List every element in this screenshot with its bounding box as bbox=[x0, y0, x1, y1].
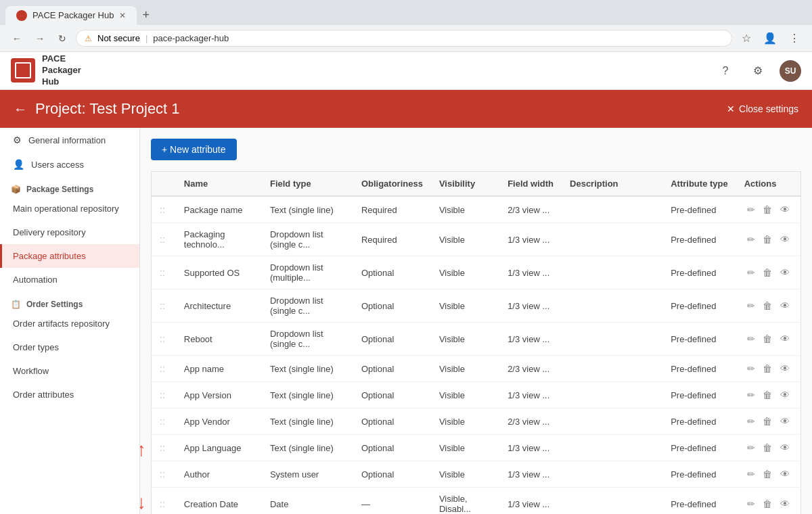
attributes-table: Name Field type Obligatoriness Visibilit… bbox=[151, 171, 801, 514]
visibility-button[interactable]: 👁 bbox=[777, 415, 792, 428]
close-x-icon: ✕ bbox=[727, 103, 735, 114]
new-tab-button[interactable]: + bbox=[137, 5, 155, 25]
help-button[interactable]: ? bbox=[715, 60, 736, 82]
drag-handle[interactable]: :: bbox=[160, 469, 168, 480]
delete-button[interactable]: 🗑 bbox=[760, 467, 775, 481]
edit-button[interactable]: ✏ bbox=[744, 203, 758, 216]
edit-button[interactable]: ✏ bbox=[744, 233, 758, 246]
attr-obligatoriness: Optional bbox=[353, 435, 431, 461]
attr-obligatoriness: Required bbox=[353, 196, 431, 223]
attr-visibility: Visible bbox=[431, 435, 499, 461]
visibility-button[interactable]: 👁 bbox=[777, 266, 792, 279]
visibility-button[interactable]: 👁 bbox=[777, 441, 792, 454]
drag-handle[interactable]: :: bbox=[160, 333, 168, 344]
drag-handle[interactable]: :: bbox=[160, 442, 168, 453]
address-bar[interactable]: ⚠ Not secure | pace-packager-hub bbox=[76, 30, 732, 47]
close-settings-button[interactable]: ✕ Close settings bbox=[727, 103, 798, 114]
sidebar-item-order-artifacts-repository[interactable]: Order artifacts repository bbox=[0, 312, 139, 335]
active-tab[interactable]: PACE Packager Hub ✕ bbox=[5, 6, 137, 25]
attr-field-type: Dropdown list (single c... bbox=[262, 223, 353, 256]
visibility-button[interactable]: 👁 bbox=[777, 388, 792, 402]
header-actions: ? ⚙ SU bbox=[715, 60, 801, 82]
sidebar-item-main-operational-repository[interactable]: Main operational repository bbox=[0, 197, 139, 220]
visibility-button[interactable]: 👁 bbox=[777, 362, 792, 375]
sidebar-item-delivery-repository[interactable]: Delivery repository bbox=[0, 220, 139, 244]
edit-button[interactable]: ✏ bbox=[744, 441, 758, 454]
delete-button[interactable]: 🗑 bbox=[760, 497, 775, 511]
profile-button[interactable]: 👤 bbox=[759, 29, 781, 47]
delete-button[interactable]: 🗑 bbox=[760, 362, 775, 375]
drag-handle[interactable]: :: bbox=[160, 498, 168, 509]
delete-button[interactable]: 🗑 bbox=[760, 203, 775, 216]
sidebar-item-workflow[interactable]: Workflow bbox=[0, 359, 139, 383]
attr-obligatoriness: Optional bbox=[353, 461, 431, 488]
new-attribute-button[interactable]: + New attribute bbox=[151, 139, 237, 160]
drag-handle[interactable]: :: bbox=[160, 267, 168, 278]
sidebar-item-package-attributes[interactable]: Package attributes bbox=[0, 244, 139, 268]
attr-attribute-type: Pre-defined bbox=[662, 488, 736, 515]
attr-visibility: Visible, Disabl... bbox=[431, 488, 499, 515]
delete-button[interactable]: 🗑 bbox=[760, 388, 775, 402]
user-avatar[interactable]: SU bbox=[780, 60, 801, 82]
attr-description bbox=[562, 196, 662, 223]
forward-button[interactable]: → bbox=[31, 30, 49, 47]
drag-handle[interactable]: :: bbox=[160, 234, 168, 245]
back-button[interactable]: ← bbox=[8, 30, 26, 47]
edit-button[interactable]: ✏ bbox=[744, 266, 758, 279]
delete-button[interactable]: 🗑 bbox=[760, 299, 775, 312]
sidebar-item-users-access[interactable]: 👤 Users access bbox=[0, 152, 139, 177]
attr-visibility: Visible bbox=[431, 382, 499, 408]
delete-button[interactable]: 🗑 bbox=[760, 233, 775, 246]
menu-button[interactable]: ⋮ bbox=[785, 29, 804, 47]
settings-button[interactable]: ⚙ bbox=[747, 60, 769, 82]
sidebar-item-automation[interactable]: Automation bbox=[0, 268, 139, 291]
attr-description bbox=[562, 289, 662, 323]
delete-button[interactable]: 🗑 bbox=[760, 415, 775, 428]
col-field-width: Field width bbox=[499, 172, 562, 197]
edit-button[interactable]: ✏ bbox=[744, 388, 758, 402]
attr-name: Packaging technolo... bbox=[176, 223, 262, 256]
sidebar-item-order-types[interactable]: Order types bbox=[0, 335, 139, 359]
edit-button[interactable]: ✏ bbox=[744, 332, 758, 346]
delete-button[interactable]: 🗑 bbox=[760, 332, 775, 346]
attr-visibility: Visible bbox=[431, 408, 499, 435]
sidebar-item-order-attributes[interactable]: Order attributes bbox=[0, 383, 139, 406]
close-tab-button[interactable]: ✕ bbox=[119, 11, 126, 20]
edit-button[interactable]: ✏ bbox=[744, 415, 758, 428]
edit-button[interactable]: ✏ bbox=[744, 467, 758, 481]
attr-obligatoriness: — bbox=[353, 488, 431, 515]
separator: | bbox=[145, 33, 148, 43]
drag-handle[interactable]: :: bbox=[160, 204, 168, 215]
visibility-button[interactable]: 👁 bbox=[777, 233, 792, 246]
attr-actions: ✏ 🗑 👁 bbox=[736, 196, 801, 223]
edit-button[interactable]: ✏ bbox=[744, 497, 758, 511]
drag-handle[interactable]: :: bbox=[160, 300, 168, 311]
visibility-button[interactable]: 👁 bbox=[777, 467, 792, 481]
sidebar: ⚙ General information 👤 Users access 📦 P… bbox=[0, 128, 140, 514]
reload-button[interactable]: ↻ bbox=[54, 30, 70, 47]
delete-button[interactable]: 🗑 bbox=[760, 266, 775, 279]
delete-button[interactable]: 🗑 bbox=[760, 441, 775, 454]
visibility-button[interactable]: 👁 bbox=[777, 332, 792, 346]
edit-button[interactable]: ✏ bbox=[744, 299, 758, 312]
attr-name: Supported OS bbox=[176, 256, 262, 289]
attr-name: App Version bbox=[176, 382, 262, 408]
drag-handle[interactable]: :: bbox=[160, 416, 168, 427]
drag-handle[interactable]: :: bbox=[160, 390, 168, 400]
drag-handle[interactable]: :: bbox=[160, 363, 168, 374]
attr-field-width: 1/3 view ... bbox=[499, 435, 562, 461]
sidebar-item-general-information[interactable]: ⚙ General information bbox=[0, 128, 139, 152]
attr-attribute-type: Pre-defined bbox=[662, 461, 736, 488]
table-row: :: App name Text (single line) Optional … bbox=[152, 356, 801, 382]
attr-field-type: Text (single line) bbox=[262, 356, 353, 382]
back-to-projects-button[interactable]: ← bbox=[14, 101, 27, 117]
edit-button[interactable]: ✏ bbox=[744, 362, 758, 375]
col-visibility: Visibility bbox=[431, 172, 499, 197]
visibility-button[interactable]: 👁 bbox=[777, 299, 792, 312]
attr-description bbox=[562, 382, 662, 408]
table-row: :: Package name Text (single line) Requi… bbox=[152, 196, 801, 223]
drag-handle-cell: :: bbox=[152, 289, 176, 323]
visibility-button[interactable]: 👁 bbox=[777, 203, 792, 216]
bookmark-button[interactable]: ☆ bbox=[738, 29, 755, 47]
visibility-button[interactable]: 👁 bbox=[777, 497, 792, 511]
